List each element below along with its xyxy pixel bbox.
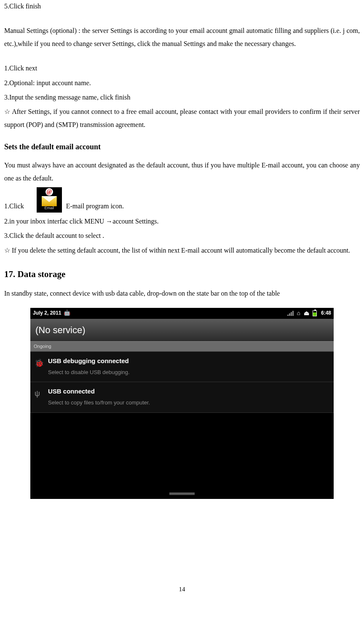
carrier-label: (No service) (30, 319, 334, 342)
heading-default-account: Sets the default email account (4, 140, 360, 154)
paragraph: 2.Optional: input account name. (4, 77, 360, 89)
bug-icon: 🐞 (35, 355, 44, 370)
paragraph: 3.Input the sending message name, click … (4, 91, 360, 104)
notification-title: USB connected (48, 385, 150, 398)
paragraph: 3.Click the default account to select . (4, 229, 360, 242)
home-icon: ⌂ (297, 307, 300, 319)
android-icon: 🤖 (64, 308, 70, 318)
usb-icon: ψ (35, 385, 44, 401)
note-paragraph: ☆ If you delete the setting default acco… (4, 244, 360, 257)
click-email-line: 1.Click @ Email E-mail program icon. (4, 187, 360, 213)
heading-data-storage: 17. Data storage (4, 266, 360, 283)
notification-usb-connected[interactable]: ψ USB connected Select to copy files to/… (30, 382, 334, 412)
android-screenshot: July 2, 2011 🤖 ⌂ ⏏ 6:48 (No service) Ong… (30, 308, 334, 499)
status-bar[interactable]: July 2, 2011 🤖 ⌂ ⏏ 6:48 (30, 308, 334, 319)
status-date: July 2, 2011 (33, 308, 61, 318)
notification-title: USB debugging connected (48, 355, 130, 367)
paragraph: 1.Click next (4, 62, 360, 75)
note-paragraph: ☆ After Settings, if you cannot connect … (4, 105, 360, 131)
email-icon-label: Email (44, 205, 54, 212)
notification-usb-debugging[interactable]: 🐞 USB debugging connected Select to disa… (30, 352, 334, 382)
signal-icon (287, 311, 294, 316)
empty-area (30, 413, 334, 489)
page-number: 14 (4, 583, 360, 604)
notification-subtitle: Select to disable USB debugging. (48, 367, 130, 378)
paragraph: In standby state, connect device with us… (4, 287, 360, 300)
drawer-handle[interactable] (30, 489, 334, 499)
text-post: E-mail program icon. (66, 200, 124, 213)
ongoing-header: Ongoing (30, 341, 334, 352)
paragraph: 2.in your inbox interfac click MENU →acc… (4, 215, 360, 228)
paragraph: You must always have an account designat… (4, 159, 360, 185)
battery-icon (313, 310, 317, 316)
text-pre: 1.Click (4, 200, 24, 213)
paragraph: 5.Click finish (4, 0, 360, 13)
paragraph: Manual Settings (optional) : the server … (4, 24, 360, 50)
status-time: 6:48 (321, 308, 331, 318)
email-app-icon: @ Email (37, 187, 62, 213)
eject-icon: ⏏ (304, 307, 309, 319)
notification-subtitle: Select to copy files to/from your comput… (48, 398, 150, 408)
